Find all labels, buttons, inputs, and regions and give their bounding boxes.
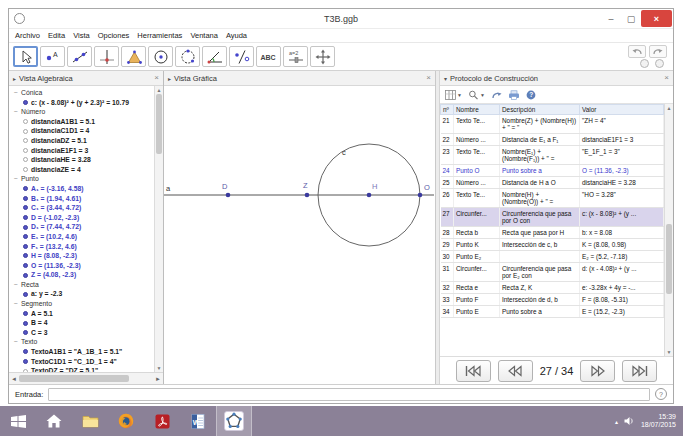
undo-button[interactable] — [628, 45, 646, 58]
algebra-item[interactable]: D = (-1.02, -2.3) — [14, 213, 153, 223]
first-step-button[interactable] — [456, 360, 491, 382]
menu-item-herramientas[interactable]: Herramientas — [137, 31, 182, 40]
menu-item-archivo[interactable]: Archivo — [15, 31, 40, 40]
visibility-on-icon[interactable] — [23, 273, 28, 278]
print-button[interactable] — [508, 90, 520, 100]
algebra-item[interactable]: C₁ = (3.44, 4.72) — [14, 203, 153, 213]
scroll-left-icon[interactable]: ◄ — [9, 376, 19, 382]
protocol-row-31[interactable]: 31Circunfer...Circunferencia que pasa po… — [441, 263, 664, 282]
protocol-row-30[interactable]: 30Punto E₂E₂ = (5.2, -7.18) — [441, 251, 664, 263]
protocol-vertical-scrollbar[interactable]: ▲ ▼ — [664, 104, 673, 356]
last-step-button[interactable] — [622, 360, 657, 382]
collapse-icon[interactable]: − — [14, 299, 21, 309]
text-tool-button[interactable]: ABC — [256, 46, 281, 67]
point-Z[interactable] — [305, 193, 310, 198]
columns-menu-button[interactable]: ▼ — [445, 90, 462, 100]
visibility-on-icon[interactable] — [23, 234, 28, 239]
home-button[interactable] — [36, 406, 72, 436]
redo-button[interactable] — [649, 45, 667, 58]
graphics-view-header[interactable]: ▸ Vista Gráfica × — [164, 71, 435, 86]
scrollbar-thumb[interactable] — [666, 224, 672, 294]
algebra-item[interactable]: distanciaZE = 4 — [14, 165, 153, 175]
slider-tool-button[interactable]: a=2 — [283, 46, 308, 67]
algebra-item[interactable]: A₁ = (-3.16, 4.58) — [14, 184, 153, 194]
algebra-item[interactable]: TextoDZ = "DZ = 5.1" — [14, 366, 153, 372]
visibility-on-icon[interactable] — [23, 311, 28, 316]
algebra-item[interactable]: Z = (4.08, -2.3) — [14, 270, 153, 280]
algebra-item[interactable]: B₁ = (1.94, 4.61) — [14, 194, 153, 204]
visibility-on-icon[interactable] — [23, 186, 28, 191]
scroll-down-icon[interactable]: ▼ — [155, 365, 163, 371]
visibility-on-icon[interactable] — [23, 330, 28, 335]
algebra-group-punto[interactable]: −Punto — [14, 174, 153, 184]
protocol-row-27[interactable]: 27Circunfer...Circunferencia que pasa po… — [441, 208, 664, 227]
maximize-button[interactable]: ▢ — [621, 11, 641, 27]
visibility-on-icon[interactable] — [23, 349, 28, 354]
algebra-item[interactable]: distanciaDZ = 5.1 — [14, 136, 153, 146]
collapse-icon[interactable]: − — [14, 174, 21, 184]
panel-menu-icon[interactable]: ▾ — [444, 75, 447, 82]
input-help-icon[interactable]: ? — [655, 388, 667, 400]
perpendicular-line-tool-button[interactable] — [94, 46, 119, 67]
protocol-row-29[interactable]: 29Punto KIntersección de c, bK = (8.08, … — [441, 239, 664, 251]
options-menu-button[interactable]: ▼ — [468, 90, 485, 100]
help-button[interactable]: ? — [526, 90, 536, 100]
point-D[interactable] — [226, 193, 231, 198]
algebra-item[interactable]: O = (11.36, -2.3) — [14, 261, 153, 271]
algebra-group-texto[interactable]: −Texto — [14, 337, 153, 347]
compass-tool-button[interactable] — [175, 46, 200, 67]
point-tool-button[interactable]: A — [40, 46, 65, 67]
polygon-tool-button[interactable] — [121, 46, 146, 67]
visibility-off-icon[interactable] — [23, 148, 28, 153]
algebra-item[interactable]: distanciaA1B1 = 5.1 — [14, 117, 153, 127]
protocol-row-25[interactable]: 25Número ...Distancia de H a OdistanciaH… — [441, 177, 664, 189]
collapse-icon[interactable]: − — [14, 280, 21, 290]
protocol-header[interactable]: ▾ Protocolo de Construcción × — [440, 71, 673, 86]
protocol-row-26[interactable]: 26Texto Te...Nombre(H) + (Nombre(O)) + "… — [441, 189, 664, 208]
close-panel-icon[interactable]: × — [426, 74, 431, 82]
visibility-on-icon[interactable] — [23, 253, 28, 258]
algebra-vertical-scrollbar[interactable]: ▲ ▼ — [154, 86, 163, 372]
algebra-group-segmento[interactable]: −Segmento — [14, 299, 153, 309]
algebra-item[interactable]: c: (x - 8.08)² + (y + 2.3)² = 10.79 — [14, 98, 153, 108]
minimize-button[interactable]: – — [601, 11, 621, 27]
menu-item-vista[interactable]: Vista — [73, 31, 90, 40]
visibility-on-icon[interactable] — [23, 100, 28, 105]
menu-item-ventana[interactable]: Ventana — [190, 31, 218, 40]
scrollbar-thumb[interactable] — [19, 375, 129, 382]
protocol-row-23[interactable]: 23Texto Te...Nombre(E₁) + (Nombre(F₁)) +… — [441, 146, 664, 165]
menu-item-opciones[interactable]: Opciones — [98, 31, 130, 40]
visibility-on-icon[interactable] — [23, 205, 28, 210]
firefox-button[interactable] — [108, 406, 144, 436]
point-H[interactable] — [367, 193, 372, 198]
algebra-item[interactable]: TextoC1D1 = "C_1D_1 = 4" — [14, 357, 153, 367]
visibility-on-icon[interactable] — [23, 244, 28, 249]
visibility-on-icon[interactable] — [23, 321, 28, 326]
word-button[interactable]: W — [180, 406, 216, 436]
protocol-row-34[interactable]: 34Punto EPunto sobre aE = (15.2, -2.3) — [441, 306, 664, 318]
taskbar-clock[interactable]: 15:39 18/07/2015 — [641, 413, 676, 430]
protocol-row-32[interactable]: 32Recta eRecta Z, Ke: -3.28x + 4y = -... — [441, 282, 664, 294]
settings-gear-icon[interactable] — [655, 59, 664, 68]
col-number[interactable]: nº — [441, 105, 454, 115]
next-step-button[interactable] — [580, 360, 615, 382]
algebra-group-cónica[interactable]: −Cónica — [14, 88, 153, 98]
scroll-right-icon[interactable]: ► — [153, 376, 163, 382]
circle-tool-button[interactable] — [148, 46, 173, 67]
collapse-icon[interactable]: − — [14, 88, 21, 98]
graphics-canvas[interactable]: D Z H O c a — [164, 86, 435, 384]
speaker-icon[interactable] — [624, 416, 635, 426]
algebra-item[interactable]: C = 3 — [14, 328, 153, 338]
col-name[interactable]: Nombre — [454, 105, 500, 115]
visibility-off-icon[interactable] — [23, 119, 28, 124]
protocol-row-22[interactable]: 22Número ...Distancia de E₁ a F₁distanci… — [441, 134, 664, 146]
visibility-off-icon[interactable] — [23, 167, 28, 172]
visibility-on-icon[interactable] — [23, 196, 28, 201]
visibility-on-icon[interactable] — [23, 225, 28, 230]
visibility-off-icon[interactable] — [23, 129, 28, 134]
visibility-on-icon[interactable] — [23, 292, 28, 297]
visibility-on-icon[interactable] — [23, 263, 28, 268]
scrollbar-thumb[interactable] — [156, 94, 162, 154]
algebra-item[interactable]: B = 4 — [14, 318, 153, 328]
algebra-item[interactable]: distanciaHE = 3.28 — [14, 155, 153, 165]
